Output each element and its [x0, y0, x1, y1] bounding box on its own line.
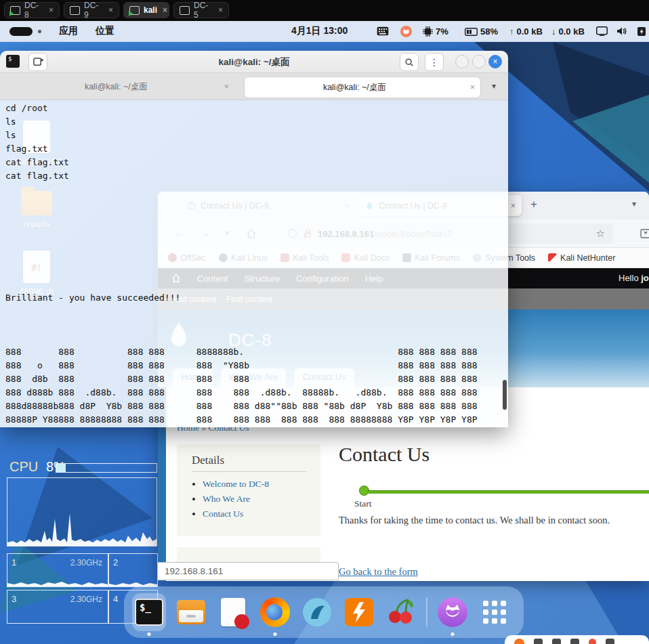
cpu-indicator[interactable]: 7%: [423, 26, 448, 37]
terminal-tab-bar: kali@kali: ~/桌面 × kali@kali: ~/桌面 × ▾: [0, 73, 508, 100]
upload-value: 0.0 kB: [517, 26, 543, 37]
workspace-dot[interactable]: [38, 30, 41, 33]
new-tab-icon[interactable]: +: [530, 198, 537, 211]
admin-greeting: Hello john: [619, 273, 649, 283]
tab-close-icon[interactable]: ×: [511, 201, 516, 211]
ime-panel[interactable]: [505, 635, 649, 644]
list-item: Contact Us: [203, 509, 320, 519]
applications-menu[interactable]: 应用: [59, 25, 78, 37]
tab-dropdown-icon[interactable]: ▾: [492, 81, 496, 91]
memory-value: 58%: [480, 26, 498, 37]
terminal-tab-2[interactable]: kali@kali: ~/桌面 ×: [244, 77, 481, 98]
dock-cherrytree[interactable]: [384, 593, 418, 631]
battery-icon[interactable]: [637, 26, 648, 37]
dock-terminal[interactable]: $_: [132, 593, 166, 631]
dock-wireshark[interactable]: [300, 593, 334, 631]
ime-engine-icon: [514, 639, 524, 644]
dock-text-editor[interactable]: [216, 593, 250, 631]
vm-tab-bar: DC-8 × DC-9 × kali × DC-5 ×: [0, 0, 649, 21]
progress-bar: [367, 490, 649, 494]
page-title: Contact Us: [339, 443, 430, 466]
display-tray-icon[interactable]: [596, 26, 608, 36]
terminal-window: $ kali@kali: ~/桌面 ⋮ × kali@kali: ~/桌面 × …: [0, 51, 508, 427]
volume-icon[interactable]: [616, 26, 627, 36]
vm-tab-dc8[interactable]: DC-8 ×: [4, 2, 60, 18]
vm-running-icon: [129, 11, 133, 16]
terminal-tab-1[interactable]: kali@kali: ~/桌面 ×: [14, 77, 234, 97]
dock-firefox[interactable]: [258, 593, 292, 631]
text-editor-icon: [221, 598, 245, 626]
close-button[interactable]: ×: [488, 55, 502, 68]
menu-kebab-button[interactable]: ⋮: [425, 53, 444, 71]
clock[interactable]: 4月1日 13:00: [291, 25, 348, 37]
cpu-core-1: 1 2.30GHz: [7, 553, 108, 587]
bookmark-kali-nethunter[interactable]: Kali NetHunter: [548, 253, 615, 263]
ime-dot-icon: [589, 639, 596, 644]
terminal-headerbar[interactable]: $ kali@kali: ~/桌面 ⋮ ×: [0, 51, 508, 73]
download-icon: ↓: [551, 26, 556, 37]
running-indicator: [148, 632, 151, 636]
link-status-popup: 192.168.8.161: [158, 562, 339, 580]
workspace-pill[interactable]: [9, 27, 33, 36]
details-links: Welcome to DC-8 Who We Are Contact Us: [203, 479, 320, 519]
core-freq: 2.30GHz: [70, 558, 102, 567]
vm-tab-close-icon[interactable]: ×: [108, 5, 113, 15]
upload-icon: ↑: [509, 26, 514, 37]
sidebar-link-welcome[interactable]: Welcome to DC-8: [203, 479, 269, 489]
ime-mode-icon: [534, 639, 543, 644]
vm-tab-dc9[interactable]: DC-9 ×: [64, 2, 119, 18]
dock-burpsuite[interactable]: [342, 593, 376, 631]
dock-app-grid[interactable]: [478, 593, 511, 631]
dock-notes[interactable]: [436, 593, 469, 631]
cherrytree-icon: [387, 598, 415, 626]
cpu-core-2: 2: [108, 553, 158, 587]
admin-username[interactable]: john: [641, 273, 649, 283]
back-to-form-link[interactable]: Go back to the form: [339, 566, 418, 578]
bookmark-star-icon[interactable]: ☆: [596, 228, 605, 240]
terminal-tab-label: kali@kali: ~/桌面: [245, 82, 465, 93]
tab-close-icon[interactable]: ×: [219, 82, 234, 91]
maximize-button[interactable]: [472, 55, 486, 68]
cpu-label: CPU: [9, 459, 38, 475]
vm-tab-close-icon[interactable]: ×: [218, 5, 223, 15]
core-id: 3: [12, 594, 16, 604]
dock: $_: [124, 586, 524, 638]
confirmation-message: Thanks for taking the time to contact us…: [339, 515, 610, 526]
sidebar-icon[interactable]: [640, 228, 649, 239]
core-id: 4: [113, 594, 118, 604]
details-box: Details Welcome to DC-8 Who We Are Conta…: [177, 444, 320, 536]
search-button[interactable]: [400, 53, 419, 71]
tab-list-chevron-icon[interactable]: ▾: [632, 199, 636, 209]
vm-tab-kali[interactable]: kali ×: [123, 2, 169, 18]
places-menu[interactable]: 位置: [96, 25, 114, 37]
terminal-icon: $_: [135, 599, 163, 626]
net-upload-indicator: ↑ 0.0 kB: [509, 26, 543, 37]
cat-tray-icon[interactable]: [400, 26, 412, 37]
running-indicator: [451, 632, 455, 636]
core-id: 2: [113, 557, 118, 567]
vm-monitor-icon: [70, 6, 80, 15]
vm-tab-close-icon[interactable]: ×: [49, 5, 54, 15]
gnome-top-bar: 应用 位置 4月1日 13:00 7% 58% ↑ 0.0 kB ↓ 0.0 k…: [0, 21, 649, 42]
vm-tab-dc5[interactable]: DC-5 ×: [173, 2, 229, 18]
sidebar-link-who-we-are[interactable]: Who We Are: [203, 494, 250, 504]
sidebar-link-contact-us[interactable]: Contact Us: [203, 509, 243, 519]
vm-tab-close-icon[interactable]: ×: [163, 5, 167, 15]
burpsuite-icon: [345, 598, 373, 626]
details-title: Details: [192, 454, 320, 467]
bookmark-label: Kali NetHunter: [560, 253, 615, 263]
terminal-body[interactable]: cd /root ls ls flag.txt cat flag.txt cat…: [0, 100, 508, 427]
terminal-scrollbar[interactable]: [503, 380, 507, 410]
running-indicator: [274, 632, 277, 636]
terminal-output: cd /root ls ls flag.txt cat flag.txt cat…: [0, 100, 508, 427]
dock-file-manager[interactable]: [174, 593, 208, 631]
dock-separator: [426, 597, 427, 627]
memory-indicator[interactable]: 58%: [465, 26, 498, 37]
cpu-value: 7%: [436, 26, 448, 37]
firefox-icon: [260, 597, 290, 627]
minimize-button[interactable]: [455, 55, 469, 68]
close-icon: ×: [493, 57, 497, 66]
keyboard-indicator[interactable]: [377, 26, 389, 36]
tab-close-icon[interactable]: ×: [465, 83, 480, 92]
list-item: Who We Are: [203, 494, 320, 505]
